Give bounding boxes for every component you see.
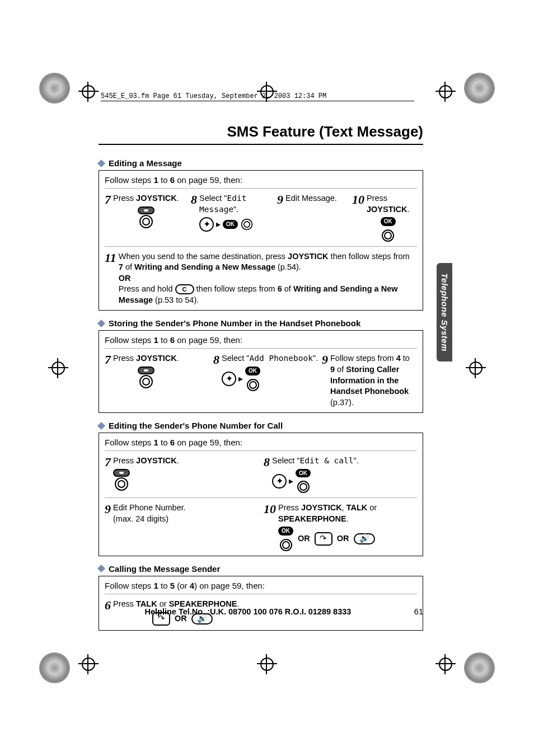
step-9: 9 Edit Phone Number. (max. 24 digits) <box>105 503 261 524</box>
txt: of <box>123 262 134 271</box>
divider <box>105 497 417 498</box>
section-box: Follow steps 1 to 5 (or 4) on page 59, t… <box>99 576 423 631</box>
crop-mark-icon <box>39 73 70 104</box>
page-footer: Helpline Tel.No. :U.K. 08700 100 076 R.O… <box>99 607 423 616</box>
txt: JOYSTICK <box>367 205 407 214</box>
crop-mark-icon <box>464 652 495 683</box>
step-9: 9 Follow steps from 4 to 9 of Storing Ca… <box>322 353 411 408</box>
follow-steps-line: Follow steps 1 to 6 on page 59, then: <box>105 335 417 349</box>
joystick-icon <box>297 481 310 493</box>
txt: on page 59, then: <box>175 335 242 345</box>
diamond-icon <box>97 565 105 572</box>
txt: to <box>158 581 170 590</box>
joystick-icon <box>241 219 252 230</box>
txt: (or <box>175 581 190 590</box>
txt: JOYSTICK <box>136 194 177 203</box>
section-box: Follow steps 1 to 6 on page 59, then: 7 … <box>99 170 423 311</box>
step-num: 8 <box>191 193 197 206</box>
txt: then follow steps from <box>194 284 278 293</box>
txt: ". <box>354 456 359 465</box>
step-num: 8 <box>264 456 270 468</box>
step-7: 7 Press JOYSTICK. <box>105 353 211 388</box>
txt: Edit Message. <box>285 193 337 204</box>
txt: SPEAKERPHONE <box>278 514 346 523</box>
step-8: 8 Select "Add Phonebook". ▸ OK <box>213 353 320 391</box>
txt: JOYSTICK <box>136 456 177 465</box>
step-11: 11 When you send to the same destination… <box>105 251 417 306</box>
txt: 4 <box>190 581 194 590</box>
ok-button-icon: OK <box>296 469 311 478</box>
txt: ". <box>233 205 238 214</box>
register-mark-icon <box>466 358 486 378</box>
step-num: 9 <box>322 353 328 366</box>
step-num: 10 <box>352 193 364 206</box>
follow-steps-line: Follow steps 1 to 6 on page 59, then: <box>105 175 417 189</box>
joystick-icon <box>138 367 154 388</box>
diamond-icon <box>97 422 105 430</box>
diamond-icon <box>97 159 105 167</box>
txt: Edit Phone Number. <box>113 503 186 514</box>
txt: (p.53 to 54). <box>153 295 199 304</box>
joystick-icon <box>280 539 292 551</box>
crop-mark-icon <box>39 652 70 683</box>
txt: Press <box>278 503 301 512</box>
txt: Add Phonebook <box>249 354 313 363</box>
register-mark-icon <box>435 82 456 102</box>
txt: (max. 24 digits) <box>113 514 186 525</box>
page-number: 61 <box>397 607 423 616</box>
helpline-text: Helpline Tel.No. :U.K. 08700 100 076 R.O… <box>99 607 397 616</box>
section-header-calling-sender: Calling the Message Sender <box>99 564 423 574</box>
section-header-text: Editing the Sender's Phone Number for Ca… <box>109 421 283 430</box>
txt: Writing and Sending a New Message <box>134 262 275 271</box>
ok-button-icon: OK <box>223 220 238 229</box>
joystick-icon <box>113 469 130 491</box>
meta-text: 545E_E_03.fm Page 61 Tuesday, September … <box>101 92 414 101</box>
txt: . <box>177 456 179 465</box>
txt: Follow steps <box>105 335 154 345</box>
txt: to <box>158 438 170 447</box>
txt: ) on page 59, then: <box>194 581 265 590</box>
txt: Follow steps from <box>330 354 396 363</box>
txt: 6 <box>170 335 175 345</box>
ok-button-icon: OK <box>245 367 260 375</box>
txt: ". <box>313 354 318 363</box>
step-7: 7 Press JOYSTICK. <box>105 456 261 491</box>
txt: 1 <box>154 438 158 447</box>
arrow-right-icon: ▸ <box>289 475 293 487</box>
joystick-icon <box>382 229 394 242</box>
txt: Select " <box>199 194 227 203</box>
section-header-editing-message: Editing a Message <box>99 158 423 168</box>
divider <box>105 246 417 247</box>
section-header-editing-number: Editing the Sender's Phone Number for Ca… <box>99 421 423 430</box>
step-7: 7 Press JOYSTICK. <box>105 193 189 228</box>
txt: 7 <box>119 262 123 271</box>
txt: Follow steps <box>105 438 154 447</box>
txt: 6 <box>170 438 175 447</box>
txt: , <box>342 503 346 512</box>
step-9: 9 Edit Message. <box>277 193 350 206</box>
txt: JOYSTICK <box>136 354 177 363</box>
section-tab: Telephone System <box>437 263 452 361</box>
navigate-icon <box>199 217 214 232</box>
txt: Follow steps <box>105 175 154 185</box>
speakerphone-button-icon: 🔊 <box>354 533 375 544</box>
step-num: 11 <box>105 251 116 264</box>
txt: or <box>367 503 377 512</box>
txt: Press <box>113 456 136 465</box>
txt: to <box>401 354 410 363</box>
txt: OR <box>119 274 131 283</box>
txt: Press and hold <box>119 284 175 293</box>
section-header-text: Calling the Message Sender <box>109 564 220 574</box>
talk-button-icon: ↷ <box>315 532 332 546</box>
txt: Select " <box>222 354 249 363</box>
step-10: 10 Press JOYSTICK. OK <box>352 193 408 242</box>
txt: 1 <box>154 175 158 185</box>
txt: When you send to the same destination, p… <box>119 252 288 261</box>
section-box: Follow steps 1 to 6 on page 59, then: 7 … <box>99 433 423 556</box>
or-text: OR <box>337 533 349 544</box>
txt: TALK <box>346 503 368 512</box>
step-num: 9 <box>277 193 283 206</box>
register-mark-icon <box>48 358 68 378</box>
step-num: 7 <box>105 193 111 206</box>
txt: 1 <box>154 581 158 590</box>
